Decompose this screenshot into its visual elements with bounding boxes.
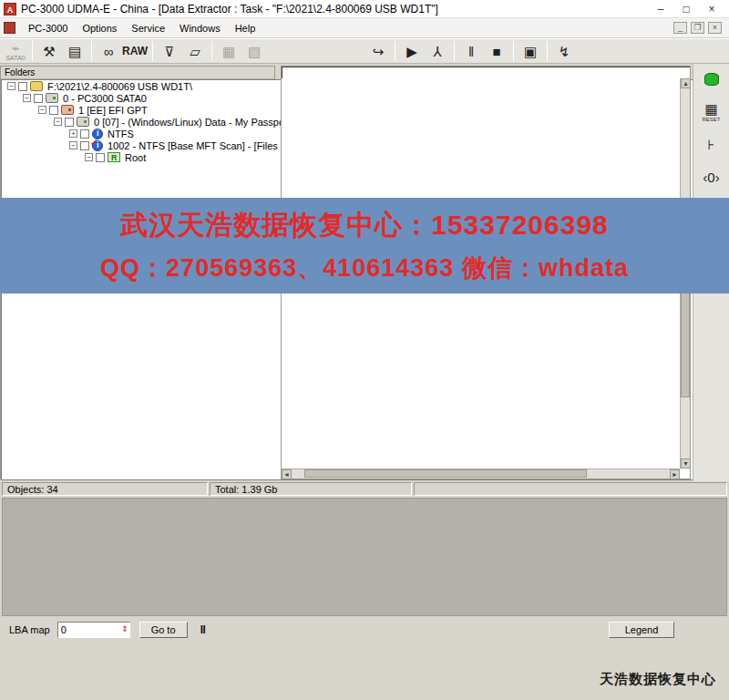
start-icon: ▶ <box>406 45 417 58</box>
save-to-folder-button[interactable]: ▱ <box>183 40 207 62</box>
tree-expander-icon[interactable]: − <box>85 153 93 161</box>
objects-group-icon: ▧ <box>248 45 261 58</box>
scroll-down-icon[interactable]: ▼ <box>681 458 691 468</box>
head-select-button[interactable]: ⊦ <box>697 131 726 159</box>
menu-item-pc-3000[interactable]: PC-3000 <box>21 21 75 36</box>
toolbar-separator <box>547 41 548 61</box>
run-task-icon: ↯ <box>559 45 570 58</box>
search-binoculars-icon: ∞ <box>104 45 114 58</box>
file-list-hscrollbar[interactable]: ◄ ► <box>282 468 680 479</box>
scroll-thumb[interactable] <box>681 288 690 397</box>
lba-map-panel[interactable] <box>2 498 727 616</box>
tree-checkbox[interactable] <box>49 106 58 115</box>
mdi-minimize-button[interactable]: _ <box>673 22 687 34</box>
window-title: PC-3000 UDMA-E - China - [Data Extractor… <box>21 3 438 15</box>
disk-icon <box>77 117 89 127</box>
disk-icon <box>46 93 58 103</box>
script-report-button[interactable]: ▤ <box>63 40 87 62</box>
main-toolbar: ⌁SATA0⚒▤∞RAW⊽▱▦▧↪▶⅄‖■▣↯ <box>0 38 729 64</box>
stop-icon: ■ <box>492 45 500 58</box>
scroll-left-icon[interactable]: ◄ <box>282 469 292 479</box>
tree-checkbox[interactable] <box>34 94 43 103</box>
filter-button[interactable]: ⊽ <box>158 40 181 62</box>
zero-counter-button[interactable]: ‹0› <box>697 164 726 191</box>
pause-button[interactable]: ‖ <box>459 40 483 62</box>
head-select-icon: ⊦ <box>708 138 715 152</box>
legend-button[interactable]: Legend <box>609 622 674 638</box>
tree-expander-icon[interactable]: − <box>23 94 31 102</box>
zero-counter-icon: ‹0› <box>703 170 719 185</box>
tree-checkbox[interactable] <box>80 129 89 139</box>
copy-pages-icon: ▣ <box>524 45 537 58</box>
tree-expander-icon[interactable]: + <box>69 129 77 138</box>
stop-button[interactable]: ■ <box>485 40 508 62</box>
lba-spinner-icon[interactable]: ⇕ <box>121 624 128 633</box>
run-task-button[interactable]: ↯ <box>552 40 576 62</box>
scroll-up-icon[interactable]: ▲ <box>681 78 691 88</box>
tree-expander-icon[interactable]: − <box>54 118 62 126</box>
tree-checkbox[interactable] <box>96 153 105 162</box>
vol-check-icon <box>92 140 103 151</box>
status-bar: Objects: 34 Total: 1.39 Gb <box>0 481 729 497</box>
map-controls: LBA map ⇕ Go to ‖ Legend <box>0 617 729 642</box>
menu-item-windows[interactable]: Windows <box>172 21 228 36</box>
app-window: A PC-3000 UDMA-E - China - [Data Extract… <box>0 0 729 64</box>
watermark-banner: 武汉天浩数据恢复中心：15337206398 QQ：270569363、4106… <box>0 198 729 293</box>
data-copy-db-button[interactable] <box>697 66 726 93</box>
reset-icon: ▦ <box>704 102 717 117</box>
maximize-button[interactable]: □ <box>680 3 693 15</box>
mdi-restore-button[interactable]: ❐ <box>691 22 704 34</box>
minimize-button[interactable]: – <box>654 3 667 15</box>
close-button[interactable]: × <box>705 3 718 15</box>
toolbar-separator <box>211 41 212 61</box>
toolbar-button-label: SATA0 <box>5 55 25 61</box>
toolbar-separator <box>91 41 92 61</box>
utility-tools-icon: ⚒ <box>43 45 55 58</box>
goto-button[interactable]: Go to <box>139 622 188 638</box>
database-icon <box>704 73 719 86</box>
pause-icon: ‖ <box>468 45 474 58</box>
start-button[interactable]: ▶ <box>400 40 424 62</box>
objects-count: Objects: 34 <box>2 482 208 496</box>
tree-item-label: 0 [07] - (Windows/Linux) Data - My Passp… <box>92 117 293 128</box>
banner-line2: QQ：270569363、410614363 微信：whdata <box>100 252 629 284</box>
copy-pages-button[interactable]: ▣ <box>519 40 542 62</box>
menu-item-options[interactable]: Options <box>75 21 124 36</box>
pc3000-menu-icon <box>4 22 15 34</box>
map-list-icon: ▦ <box>222 45 235 58</box>
tree-checkbox[interactable] <box>18 82 27 91</box>
footer-watermark: 天浩数据恢复中心 <box>600 671 716 688</box>
title-bar: A PC-3000 UDMA-E - China - [Data Extract… <box>0 0 729 18</box>
search-binoculars-button[interactable]: ∞ <box>97 40 120 62</box>
total-size: Total: 1.39 Gb <box>210 482 412 496</box>
lba-input[interactable] <box>57 622 130 638</box>
folders-panel-caption: Folders <box>1 67 274 79</box>
file-list-header <box>282 67 690 78</box>
tree-expander-icon[interactable]: − <box>69 141 77 149</box>
tree-expander-icon[interactable]: − <box>38 106 46 114</box>
sata0-button: ⌁SATA0 <box>4 40 27 62</box>
menu-item-service[interactable]: Service <box>124 21 172 36</box>
tree-expander-icon[interactable]: − <box>7 82 15 90</box>
banner-line1: 武汉天浩数据恢复中心：15337206398 <box>120 207 609 244</box>
reset-button[interactable]: ▦RESET <box>697 98 726 126</box>
disk-red-icon <box>61 105 74 115</box>
export-data-button[interactable]: ↪ <box>366 40 390 62</box>
toolbar-separator <box>395 41 395 61</box>
tree-checkbox[interactable] <box>80 141 89 150</box>
map-list-button: ▦ <box>217 40 241 62</box>
scroll-right-icon[interactable]: ► <box>670 469 680 479</box>
chain-build-button[interactable]: ⅄ <box>426 40 449 62</box>
tree-checkbox[interactable] <box>65 118 74 127</box>
map-pause-icon[interactable]: ‖ <box>200 623 206 636</box>
mdi-close-button[interactable]: × <box>708 22 722 34</box>
export-data-icon: ↪ <box>373 45 385 58</box>
menu-item-help[interactable]: Help <box>228 21 263 36</box>
toolbar-separator <box>513 41 514 61</box>
side-button-label: RESET <box>702 117 720 122</box>
tree-item-label: Root <box>123 152 148 163</box>
raw-view-button[interactable]: RAW <box>122 40 148 62</box>
scroll-thumb[interactable] <box>304 469 587 478</box>
utility-tools-button[interactable]: ⚒ <box>37 40 61 62</box>
save-to-folder-icon: ▱ <box>190 45 200 58</box>
